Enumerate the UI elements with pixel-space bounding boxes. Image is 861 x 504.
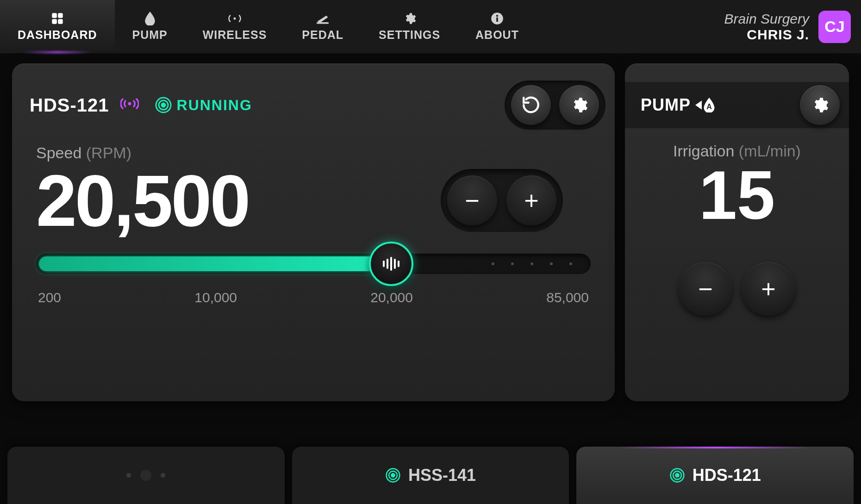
device-name: HDS-121 xyxy=(30,95,109,116)
svg-rect-2 xyxy=(52,19,57,24)
nav-tab-label: WIRELESS xyxy=(203,28,267,42)
speed-increase-button[interactable]: + xyxy=(506,175,556,225)
target-icon xyxy=(155,96,172,114)
svg-rect-3 xyxy=(58,19,63,24)
svg-point-19 xyxy=(675,473,679,477)
speed-slider[interactable] xyxy=(36,254,591,274)
speed-value: 20,500 xyxy=(36,164,249,237)
tab-pedal[interactable]: PEDAL xyxy=(284,0,361,53)
svg-point-12 xyxy=(162,103,165,107)
svg-rect-0 xyxy=(52,13,57,18)
nav-tab-label: SETTINGS xyxy=(379,28,440,42)
procedure-title: Brain Surgery xyxy=(724,11,809,27)
user-name: CHRIS J. xyxy=(724,27,809,43)
avatar[interactable]: CJ xyxy=(818,11,851,43)
tab-dashboard[interactable]: DASHBOARD xyxy=(0,0,115,53)
pump-title: PUMP xyxy=(641,95,691,115)
tab-pump[interactable]: PUMP xyxy=(115,0,185,53)
pump-settings-button[interactable] xyxy=(800,85,840,125)
direction-button[interactable] xyxy=(511,85,551,125)
svg-point-16 xyxy=(391,473,394,477)
wireless-icon xyxy=(228,12,242,25)
tab-about[interactable]: ABOUT xyxy=(458,0,537,53)
svg-rect-7 xyxy=(496,18,498,22)
bottom-tab-hss141[interactable]: HSS-141 xyxy=(292,447,569,504)
gear-icon xyxy=(403,12,417,25)
motor-panel: HDS-121 RUNNING xyxy=(12,63,615,401)
svg-rect-5 xyxy=(317,22,329,24)
grid-icon xyxy=(50,12,64,25)
nav-tab-label: PEDAL xyxy=(302,28,343,42)
top-nav: DASHBOARD PUMP WIRELESS PEDAL xyxy=(0,0,861,53)
more-icon xyxy=(126,470,165,481)
svg-point-4 xyxy=(234,18,236,20)
bottom-tab-more[interactable] xyxy=(7,447,285,504)
user-profile[interactable]: Brain Surgery CHRIS J. CJ xyxy=(724,11,851,43)
speed-decrease-button[interactable]: − xyxy=(447,175,497,225)
pump-direction-icon: A xyxy=(695,98,716,112)
svg-rect-1 xyxy=(58,13,63,18)
status-text: RUNNING xyxy=(177,97,252,114)
slider-thumb[interactable] xyxy=(369,242,413,286)
pump-value: 15 xyxy=(634,161,840,230)
svg-point-8 xyxy=(496,15,498,17)
motor-settings-button[interactable] xyxy=(559,85,599,125)
wireless-icon xyxy=(120,97,139,114)
tab-settings[interactable]: SETTINGS xyxy=(361,0,458,53)
pedal-icon xyxy=(316,12,330,25)
target-icon xyxy=(385,467,401,483)
svg-point-9 xyxy=(128,102,131,105)
info-icon xyxy=(490,12,504,25)
slider-ticks: 200 10,000 20,000 85,000 xyxy=(36,274,591,305)
nav-tab-label: PUMP xyxy=(132,28,168,42)
tab-wireless[interactable]: WIRELESS xyxy=(185,0,285,53)
bottom-tab-label: HDS-121 xyxy=(693,466,761,485)
nav-tab-label: ABOUT xyxy=(475,28,519,42)
bottom-tab-hds121[interactable]: HDS-121 xyxy=(576,447,854,504)
svg-text:A: A xyxy=(706,103,712,111)
bottom-tab-label: HSS-141 xyxy=(408,466,476,485)
pump-increase-button[interactable]: + xyxy=(742,262,795,316)
target-icon xyxy=(669,467,685,483)
pump-decrease-button[interactable]: − xyxy=(679,262,732,316)
pump-panel: PUMP A Irrigation (mL/min) 15 − + xyxy=(625,63,849,401)
nav-tab-label: DASHBOARD xyxy=(18,28,97,42)
droplet-icon xyxy=(143,12,157,25)
